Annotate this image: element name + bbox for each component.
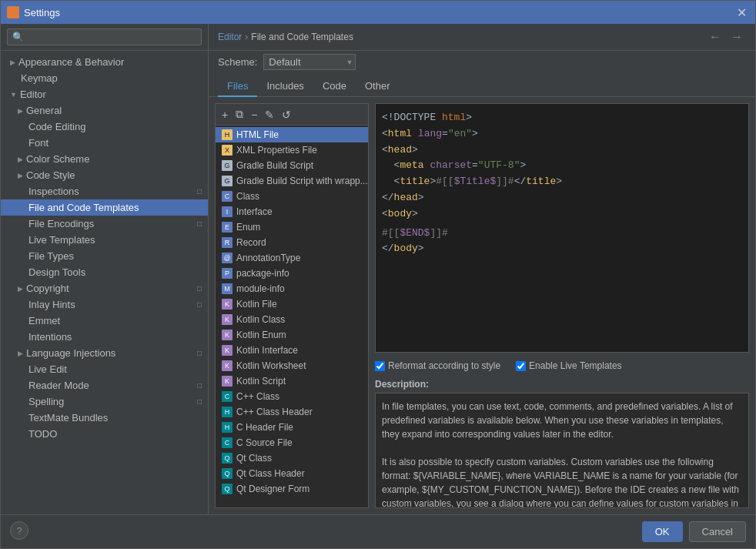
dialog-title: Settings <box>24 7 729 18</box>
sidebar-item-intentions[interactable]: Intentions <box>1 329 208 345</box>
file-item-annotation[interactable]: @ AnnotationType <box>216 250 368 266</box>
code-line: <head> <box>382 142 742 159</box>
reformat-checkbox[interactable] <box>375 361 385 371</box>
code-editor[interactable]: <!DOCTYPE html> <html lang="en"> <head> … <box>375 103 749 353</box>
file-item-cpp-header[interactable]: H C++ Class Header <box>216 404 368 420</box>
sidebar-item-emmet[interactable]: Emmet <box>1 313 208 329</box>
reformat-option[interactable]: Reformat according to style <box>375 360 500 371</box>
file-item-c-source[interactable]: C C Source File <box>216 435 368 450</box>
reset-template-button[interactable]: ↺ <box>279 107 294 122</box>
tab-includes[interactable]: Includes <box>257 76 313 97</box>
remove-template-button[interactable]: − <box>248 107 260 122</box>
file-item-kotlin-file[interactable]: K Kotlin File <box>216 296 368 312</box>
breadcrumb-nav: ← → <box>706 30 746 44</box>
sidebar-item-font[interactable]: Font <box>1 135 208 151</box>
sidebar-label: Code Style <box>26 169 75 181</box>
file-item-kotlin-interface[interactable]: K Kotlin Interface <box>216 343 368 358</box>
file-item-gradle[interactable]: G Gradle Build Script <box>216 158 368 173</box>
sidebar-item-live-edit[interactable]: Live Edit <box>1 361 208 377</box>
sidebar-item-textmate[interactable]: TextMate Bundles <box>1 410 208 426</box>
file-label: module-info <box>236 283 285 294</box>
title-bar: Settings ✕ <box>1 1 755 24</box>
sidebar-label: Appearance & Behavior <box>18 56 124 68</box>
file-item-qt-designer[interactable]: Q Qt Designer Form <box>216 481 368 497</box>
file-item-class[interactable]: C Class <box>216 189 368 204</box>
collapse-arrow: ▶ <box>18 156 23 163</box>
sidebar-label: TextMate Bundles <box>28 412 108 423</box>
file-item-xml[interactable]: X XML Properties File <box>216 142 368 158</box>
sidebar-label: Reader Mode <box>28 380 89 391</box>
sidebar-item-code-style[interactable]: ▶ Code Style <box>1 167 208 183</box>
sidebar-item-general[interactable]: ▶ General <box>1 102 208 119</box>
sidebar-item-live-templates[interactable]: Live Templates <box>1 232 208 248</box>
file-icon-annotation: @ <box>222 253 232 263</box>
sidebar-item-color-scheme[interactable]: ▶ Color Scheme <box>1 151 208 167</box>
sidebar-label: Inspections <box>28 186 79 197</box>
file-item-qt-header[interactable]: Q Qt Class Header <box>216 466 368 481</box>
tab-code[interactable]: Code <box>313 76 356 97</box>
rename-template-button[interactable]: ✎ <box>262 107 277 122</box>
sidebar-item-keymap[interactable]: Keymap <box>1 70 208 86</box>
sidebar-item-file-encodings[interactable]: File Encodings □ <box>1 216 208 232</box>
settings-dialog: Settings ✕ ▶ Appearance & Behavior Keyma… <box>0 0 756 549</box>
sidebar-item-code-editing[interactable]: Code Editing <box>1 119 208 135</box>
file-icon-record: R <box>222 237 232 248</box>
nav-back-button[interactable]: ← <box>706 30 724 44</box>
file-item-c-header[interactable]: H C Header File <box>216 420 368 435</box>
scheme-select[interactable]: Default Project <box>263 54 356 70</box>
file-label: C++ Class Header <box>236 407 313 417</box>
sidebar-label: Spelling <box>28 396 64 407</box>
file-item-record[interactable]: R Record <box>216 235 368 250</box>
cancel-button[interactable]: Cancel <box>689 521 746 542</box>
file-list-toolbar: + ⧉ − ✎ ↺ <box>216 104 368 126</box>
search-box <box>1 24 208 51</box>
file-item-enum[interactable]: E Enum <box>216 219 368 235</box>
nav-forward-button[interactable]: → <box>728 30 746 44</box>
live-templates-option[interactable]: Enable Live Templates <box>516 360 622 371</box>
file-icon-gradle-wrap: G <box>222 176 232 186</box>
encodings-badge: □ <box>197 219 202 228</box>
close-button[interactable]: ✕ <box>734 5 749 20</box>
tab-files[interactable]: Files <box>218 76 257 97</box>
file-item-gradle-wrap[interactable]: G Gradle Build Script with wrapp... <box>216 173 368 189</box>
sidebar-label: General <box>26 105 62 116</box>
file-item-cpp-class[interactable]: C C++ Class <box>216 389 368 404</box>
sidebar-item-language-injections[interactable]: ▶ Language Injections □ <box>1 345 208 361</box>
add-template-button[interactable]: + <box>219 107 231 122</box>
live-templates-checkbox[interactable] <box>516 361 526 371</box>
file-item-qt-class[interactable]: Q Qt Class <box>216 450 368 466</box>
sidebar-item-inspections[interactable]: Inspections □ <box>1 183 208 199</box>
sidebar-item-design-tools[interactable]: Design Tools <box>1 264 208 280</box>
sidebar-item-file-types[interactable]: File Types <box>1 248 208 264</box>
file-item-interface[interactable]: I Interface <box>216 204 368 219</box>
file-label: Qt Designer Form <box>236 484 309 494</box>
collapse-arrow: ▶ <box>10 59 15 66</box>
help-button[interactable]: ? <box>10 521 28 540</box>
breadcrumb-editor[interactable]: Editor <box>218 32 242 42</box>
sidebar-item-appearance[interactable]: ▶ Appearance & Behavior <box>1 54 208 70</box>
file-label: Kotlin Enum <box>236 330 286 340</box>
file-item-package-info[interactable]: P package-info <box>216 266 368 281</box>
search-input[interactable] <box>7 28 202 45</box>
file-item-html[interactable]: H HTML File <box>216 127 368 142</box>
sidebar-item-todo[interactable]: TODO <box>1 426 208 442</box>
sidebar-item-spelling[interactable]: Spelling □ <box>1 393 208 410</box>
file-item-kotlin-script[interactable]: K Kotlin Script <box>216 373 368 389</box>
sidebar-item-reader-mode[interactable]: Reader Mode □ <box>1 377 208 393</box>
sidebar-item-editor[interactable]: ▼ Editor <box>1 86 208 102</box>
file-label: Class <box>236 191 259 202</box>
tabs-row: Files Includes Code Other <box>209 76 755 97</box>
tab-other[interactable]: Other <box>356 76 400 97</box>
sidebar-item-file-templates[interactable]: File and Code Templates <box>1 199 208 216</box>
collapse-arrow: ▶ <box>18 350 23 357</box>
sidebar-item-inlay-hints[interactable]: Inlay Hints □ <box>1 296 208 313</box>
file-item-kotlin-worksheet[interactable]: K Kotlin Worksheet <box>216 358 368 373</box>
file-item-module-info[interactable]: M module-info <box>216 281 368 296</box>
file-item-kotlin-enum[interactable]: K Kotlin Enum <box>216 327 368 343</box>
ok-button[interactable]: OK <box>642 521 683 542</box>
file-icon-kotlin-worksheet: K <box>222 360 232 371</box>
sidebar-item-copyright[interactable]: ▶ Copyright □ <box>1 280 208 296</box>
file-item-kotlin-class[interactable]: K Kotlin Class <box>216 312 368 327</box>
copy-template-button[interactable]: ⧉ <box>232 106 246 122</box>
file-label: Kotlin Class <box>236 314 285 325</box>
